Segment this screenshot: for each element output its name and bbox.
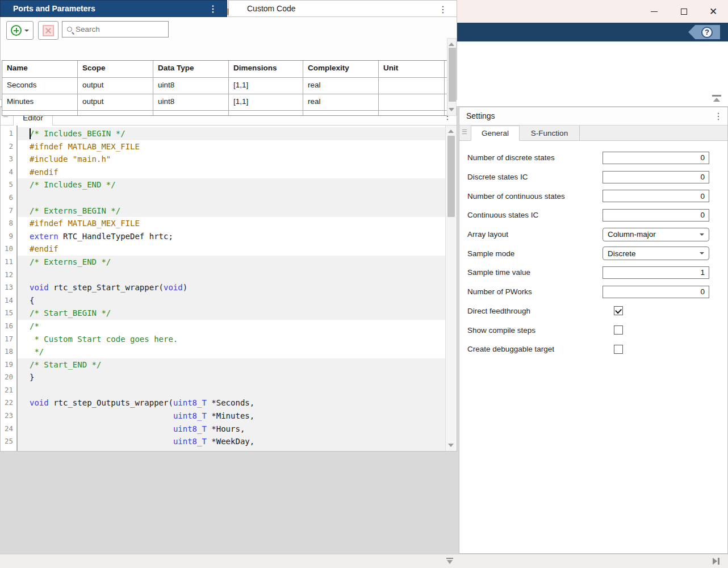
column-header[interactable]: Complexity (303, 61, 379, 77)
table-row[interactable]: Secondsoutputuint8[1,1]real (2, 78, 447, 94)
code-line[interactable] (18, 384, 446, 397)
line-number: 1 (1, 127, 16, 140)
code-line[interactable] (18, 191, 446, 204)
settings-title: Settings (466, 111, 495, 120)
code-line[interactable]: /* (18, 320, 446, 333)
table-cell (379, 111, 445, 116)
table-cell: Seconds (2, 78, 78, 94)
settings-field-label: Create debuggable target (467, 345, 554, 353)
code-token: uint8_T (173, 411, 207, 420)
tab-general[interactable]: General (471, 126, 520, 141)
column-header[interactable]: Name (2, 61, 78, 77)
scroll-down-icon[interactable] (449, 108, 454, 111)
expand-panel-icon[interactable] (711, 557, 721, 566)
settings-checkbox[interactable] (614, 325, 623, 335)
table-row[interactable]: Minutesoutputuint8[1,1]real (2, 94, 447, 111)
code-line[interactable]: /* Start_BEGIN */ (18, 307, 446, 320)
close-button[interactable]: ✕ (698, 0, 728, 23)
code-line[interactable]: #endif (18, 166, 446, 179)
scroll-up-icon[interactable] (448, 130, 454, 133)
code-line[interactable]: * Custom Start code goes here. (18, 333, 446, 346)
code-token: /* Externs_BEGIN */ (30, 206, 120, 215)
line-number: 26 (1, 448, 16, 451)
scrollbar-thumb[interactable] (449, 48, 456, 102)
editor-scrollbar[interactable] (445, 126, 457, 451)
column-header[interactable]: Unit (379, 61, 445, 77)
code-line[interactable]: */ (18, 345, 446, 358)
settings-menu-button[interactable]: ⋮ (714, 111, 723, 122)
scroll-up-icon[interactable] (449, 43, 454, 46)
ports-menu-button[interactable]: ⋮ (208, 3, 217, 14)
settings-field-input[interactable]: 1 (603, 266, 709, 279)
scroll-down-icon[interactable] (448, 444, 454, 447)
line-number: 14 (1, 294, 16, 307)
settings-field-label: Show compile steps (467, 326, 535, 335)
collapse-panel-icon[interactable] (445, 557, 454, 565)
code-line[interactable]: uint8_T *Month, (18, 448, 446, 451)
drag-grip-icon[interactable]: ☰ (462, 129, 467, 135)
tab-custom-code[interactable]: Custom Code ⋮ (228, 0, 457, 17)
add-port-row-button[interactable] (6, 21, 34, 40)
line-number: 16 (1, 320, 16, 333)
code-line[interactable]: #ifndef MATLAB_MEX_FILE (18, 217, 446, 230)
line-number: 10 (1, 243, 16, 256)
code-line[interactable]: } (18, 371, 446, 384)
code-line[interactable]: /* Includes_BEGIN */ (18, 127, 446, 140)
code-token: #endif (30, 244, 58, 253)
settings-field-input[interactable]: 0 (603, 286, 709, 298)
line-number: 2 (1, 140, 16, 153)
delete-port-row-button[interactable] (38, 21, 58, 40)
settings-field-label: Direct feedthrough (467, 307, 530, 315)
column-header[interactable]: Scope (78, 61, 153, 77)
code-line[interactable]: /* Externs_END */ (18, 256, 446, 269)
settings-checkbox[interactable] (614, 345, 623, 354)
maximize-button[interactable] (669, 0, 698, 23)
line-number: 21 (1, 384, 16, 397)
code-line[interactable]: void rtc_step_Outputs_wrapper(uint8_T *S… (18, 396, 446, 410)
code-line[interactable]: #include "main.h" (18, 153, 446, 166)
code-line[interactable]: #ifndef MATLAB_MEX_FILE (18, 140, 446, 153)
code-line[interactable]: /* Includes_END */ (18, 178, 446, 191)
code-line[interactable]: /* Externs_BEGIN */ (18, 204, 446, 218)
search-input[interactable]: Search (62, 21, 169, 37)
settings-field-input[interactable]: 0 (603, 209, 709, 222)
ports-tab-label: Ports and Parameters (13, 4, 95, 13)
settings-checkbox[interactable] (614, 306, 623, 315)
table-row[interactable]: Hoursoutputuint8[1,1]real (2, 111, 447, 116)
code-token: /* Externs_END */ (30, 257, 111, 266)
custom-code-menu-button[interactable]: ⋮ (438, 4, 447, 15)
minimize-button[interactable] (639, 0, 669, 23)
settings-row: Continuous states IC0 (467, 206, 727, 225)
status-bar (0, 554, 728, 568)
delete-icon (43, 25, 54, 36)
code-line[interactable]: uint8_T *Minutes, (18, 410, 446, 423)
collapse-ribbon-button[interactable] (711, 94, 722, 103)
column-header[interactable]: Data Type (153, 61, 229, 77)
code-line[interactable] (18, 269, 446, 282)
code-editor[interactable]: 1234567891011121314151617181920212223242… (1, 126, 446, 451)
code-line[interactable]: { (18, 294, 446, 307)
code-token (30, 450, 173, 451)
code-line[interactable]: #endif (18, 243, 446, 256)
code-token: uint8_T (173, 437, 207, 446)
line-number: 17 (1, 333, 16, 346)
code-line[interactable]: void rtc_step_Start_wrapper(void) (18, 281, 446, 294)
settings-field-dropdown[interactable]: Discrete (603, 247, 709, 260)
settings-field-input[interactable]: 0 (603, 190, 709, 202)
settings-row: Sample time value1 (467, 263, 727, 282)
table-cell: Hours (2, 111, 78, 116)
help-button[interactable]: ? (688, 25, 720, 39)
code-line[interactable]: uint8_T *WeekDay, (18, 435, 446, 448)
scrollbar-thumb[interactable] (447, 136, 455, 217)
code-line[interactable]: extern RTC_HandleTypeDef hrtc; (18, 230, 446, 243)
tab-ports-and-parameters[interactable]: Ports and Parameters ⋮ (0, 0, 227, 17)
settings-field-input[interactable]: 0 (603, 152, 709, 164)
column-header[interactable]: Dimensions (229, 61, 303, 77)
tab-s-function[interactable]: S-Function (520, 126, 580, 141)
table-scrollbar[interactable] (447, 38, 457, 116)
settings-field-input[interactable]: 0 (603, 171, 709, 183)
code-line[interactable]: uint8_T *Hours, (18, 423, 446, 436)
code-line[interactable]: /* Start_END */ (18, 358, 446, 371)
line-number: 18 (1, 345, 16, 358)
settings-field-dropdown[interactable]: Column-major (603, 228, 709, 241)
